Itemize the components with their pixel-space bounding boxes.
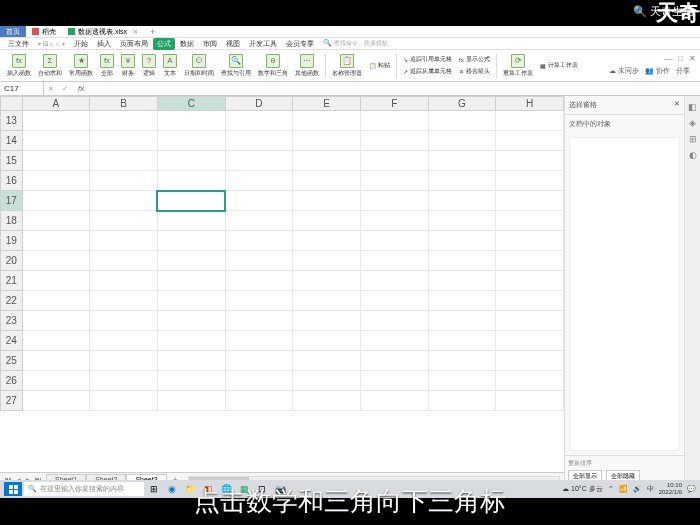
menu-insert[interactable]: 插入 — [93, 38, 115, 50]
row-header[interactable]: 20 — [1, 251, 23, 271]
tab-doc2[interactable]: 数据透视表.xlsx ✕ — [62, 26, 144, 37]
spreadsheet-grid: A B C D E F G H 13 14 15 16 17 18 1 — [0, 96, 564, 411]
menu-vip[interactable]: 会员专享 — [282, 38, 318, 50]
row-header[interactable]: 18 — [1, 211, 23, 231]
menu-data[interactable]: 数据 — [176, 38, 198, 50]
row-header[interactable]: 13 — [1, 111, 23, 131]
menu-bar: 三文件 ▾ 🖫 ⎌ ⎌ ▾ 开始 插入 页面布局 公式 数据 审阅 视图 开发工… — [0, 38, 700, 50]
sum-icon: Σ — [43, 54, 57, 68]
row-header[interactable]: 24 — [1, 331, 23, 351]
clock-icon: ⏲ — [192, 54, 206, 68]
formula-input[interactable] — [90, 82, 700, 95]
formula-icon: fx — [459, 57, 464, 63]
tool-icon[interactable]: ◐ — [689, 150, 697, 160]
ribbon-text[interactable]: A文本 — [160, 53, 180, 79]
ribbon-trace-precedents[interactable]: ↘追踪引用单元格 — [400, 54, 455, 65]
row-header[interactable]: 16 — [1, 171, 23, 191]
minimize-button[interactable]: — — [664, 54, 672, 63]
row-header[interactable]: 14 — [1, 131, 23, 151]
row-header[interactable]: 23 — [1, 311, 23, 331]
col-header-f[interactable]: F — [360, 97, 428, 111]
tool-icon[interactable]: ⊞ — [689, 134, 697, 144]
lookup-icon: 🔍 — [229, 54, 243, 68]
grid-container[interactable]: A B C D E F G H 13 14 15 16 17 18 1 — [0, 96, 564, 472]
trace-icon: ↘ — [403, 56, 408, 63]
col-header-e[interactable]: E — [293, 97, 361, 111]
ribbon-paste[interactable]: 📋粘贴 — [366, 60, 393, 71]
doc-icon — [32, 28, 39, 35]
tool-icon[interactable]: ◈ — [689, 118, 696, 128]
remove-icon: ✕ — [459, 68, 464, 75]
cancel-icon[interactable]: ✕ — [44, 85, 58, 93]
selected-cell[interactable] — [157, 191, 225, 211]
row-header[interactable]: 25 — [1, 351, 23, 371]
ribbon-show-formula[interactable]: fx显示公式 — [456, 54, 493, 65]
logic-icon: ? — [142, 54, 156, 68]
window-controls: — □ ✕ — [664, 54, 696, 63]
name-box[interactable]: C17 — [0, 82, 44, 95]
ribbon-name-mgr[interactable]: 📋名称管理器 — [329, 53, 365, 79]
ribbon-calc-sheet[interactable]: ▦计算工作表 — [537, 60, 581, 71]
col-header-g[interactable]: G — [428, 97, 496, 111]
tool-icon[interactable]: ◧ — [688, 102, 697, 112]
ribbon-other[interactable]: ⋯其他函数 — [292, 53, 322, 79]
ribbon-autosum[interactable]: Σ自动求和 — [35, 53, 65, 79]
ribbon: fx插入函数 Σ自动求和 ★常用函数 fx全部 ¥财务 ?逻辑 A文本 ⏲日期和… — [0, 50, 700, 82]
sheet-calc-icon: ▦ — [540, 62, 546, 69]
ribbon-trace-dependents[interactable]: ↗追踪从属单元格 — [400, 66, 455, 77]
new-tab-button[interactable]: + — [144, 27, 161, 37]
menu-search[interactable]: 🔍 查找命令、搜索模板 — [319, 38, 392, 49]
col-header-d[interactable]: D — [225, 97, 293, 111]
row-header[interactable]: 15 — [1, 151, 23, 171]
row-header[interactable]: 17 — [1, 191, 23, 211]
star-icon: ★ — [74, 54, 88, 68]
enter-icon[interactable]: ✓ — [58, 85, 72, 93]
menu-start[interactable]: 开始 — [70, 38, 92, 50]
side-panel-section: 文档中的对象 — [565, 115, 684, 133]
row-header[interactable]: 21 — [1, 271, 23, 291]
row-header[interactable]: 26 — [1, 371, 23, 391]
select-all-corner[interactable] — [1, 97, 23, 111]
menu-file[interactable]: 三文件 — [4, 38, 33, 50]
paste-icon: 📋 — [369, 62, 376, 69]
ribbon-lookup[interactable]: 🔍查找与引用 — [218, 53, 254, 79]
all-icon: fx — [100, 54, 114, 68]
ribbon-remove-arrows[interactable]: ✕移去箭头 — [456, 66, 493, 77]
close-button[interactable]: ✕ — [689, 54, 696, 63]
trace2-icon: ↗ — [403, 68, 408, 75]
col-header-c[interactable]: C — [157, 97, 225, 111]
row-header[interactable]: 27 — [1, 391, 23, 411]
maximize-button[interactable]: □ — [678, 54, 683, 63]
title-bar: 首页 稻壳 数据透视表.xlsx ✕ + — [0, 26, 700, 38]
menu-layout[interactable]: 页面布局 — [116, 38, 152, 50]
calc-icon: ⟳ — [511, 54, 525, 68]
ribbon-math-trig[interactable]: θ数学和三角 — [255, 53, 291, 79]
ribbon-insert-function[interactable]: fx插入函数 — [4, 53, 34, 79]
tab-doc1[interactable]: 稻壳 — [26, 26, 62, 37]
row-header[interactable]: 22 — [1, 291, 23, 311]
sheet-area: A B C D E F G H 13 14 15 16 17 18 1 — [0, 96, 564, 486]
sync-button[interactable]: ☁ 未同步 — [609, 66, 639, 76]
ribbon-logic[interactable]: ?逻辑 — [139, 53, 159, 79]
tab-home[interactable]: 首页 — [0, 26, 26, 37]
fx-button[interactable]: fx — [72, 84, 90, 93]
ribbon-common[interactable]: ★常用函数 — [66, 53, 96, 79]
menu-dev[interactable]: 开发工具 — [245, 38, 281, 50]
col-header-a[interactable]: A — [22, 97, 90, 111]
collab-button[interactable]: 👥 协作 — [645, 66, 670, 76]
tab-close-icon[interactable]: ✕ — [133, 28, 138, 35]
col-header-h[interactable]: H — [496, 97, 564, 111]
ribbon-datetime[interactable]: ⏲日期和时间 — [181, 53, 217, 79]
col-header-b[interactable]: B — [90, 97, 158, 111]
menu-review[interactable]: 审阅 — [199, 38, 221, 50]
row-header[interactable]: 19 — [1, 231, 23, 251]
menu-formula[interactable]: 公式 — [153, 38, 175, 50]
side-panel-close-icon[interactable]: ✕ — [674, 100, 680, 110]
side-panel-title: 选择窗格 — [569, 100, 597, 110]
ribbon-finance[interactable]: ¥财务 — [118, 53, 138, 79]
ribbon-recalc[interactable]: ⟳重算工作表 — [500, 53, 536, 79]
share-button[interactable]: 分享 — [676, 66, 690, 76]
menu-view[interactable]: 视图 — [222, 38, 244, 50]
side-panel: 选择窗格 ✕ 文档中的对象 重新排序 全部显示 全部隐藏 — [564, 96, 684, 486]
ribbon-all[interactable]: fx全部 — [97, 53, 117, 79]
